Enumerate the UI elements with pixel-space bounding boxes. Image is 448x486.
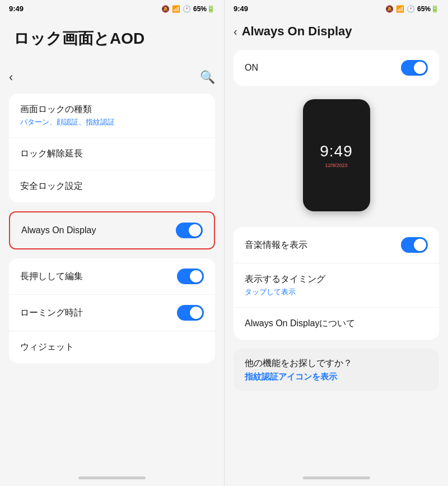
display-timing-sub: タップして表示 <box>245 287 325 297</box>
long-press-edit-label: 長押しして編集 <box>20 271 83 283</box>
right-clock-icon: 🕐 <box>407 5 415 13</box>
on-toggle-row[interactable]: ON <box>234 50 439 86</box>
right-status-icons: 🔕 📶 🕐 65%🔋 <box>385 5 439 13</box>
display-timing-text-group: 表示するタイミング タップして表示 <box>245 274 325 297</box>
about-aod-label: Always On Displayについて <box>245 318 355 330</box>
right-title: Always On Display <box>242 24 352 39</box>
right-settings-list: 音楽情報を表示 表示するタイミング タップして表示 Always On Disp… <box>234 227 439 340</box>
roaming-clock-toggle[interactable] <box>177 305 204 321</box>
right-title-bar: ‹ Always On Display <box>225 17 448 45</box>
menu-item-widget[interactable]: ウィジェット <box>9 331 215 363</box>
page-title-area: ロック画面とAOD <box>0 17 224 66</box>
menu-item-screen-lock[interactable]: 画面ロックの種類 パターン、顔認証、指紋認証 <box>9 94 215 138</box>
phone-preview-container: 9:49 12/9/2023 <box>225 90 448 223</box>
widget-label: ウィジェット <box>20 341 74 353</box>
bottom-menu-list: 長押しして編集 ローミング時計 ウィジェット <box>9 258 215 363</box>
always-on-display-item-highlighted[interactable]: Always On Display <box>9 211 215 249</box>
left-clock-icon: 🕐 <box>183 5 191 13</box>
right-back-button[interactable]: ‹ <box>234 25 237 38</box>
left-signal-icon: 📶 <box>172 5 180 13</box>
menu-item-secure-lock[interactable]: 安全ロック設定 <box>9 170 215 202</box>
left-panel: 9:49 🔕 📶 🕐 65%🔋 ロック画面とAOD ‹ 🔍 画面ロックの種類 パ… <box>0 0 224 486</box>
left-status-bar: 9:49 🔕 📶 🕐 65%🔋 <box>0 0 224 17</box>
left-nav-bar: ‹ 🔍 <box>0 66 224 89</box>
screen-lock-label: 画面ロックの種類 <box>20 104 115 115</box>
other-features-section: 他の機能をお探しですか？ 指紋認証アイコンを表示 <box>234 349 439 391</box>
long-press-edit-toggle[interactable] <box>177 269 204 284</box>
page-title: ロック画面とAOD <box>13 29 211 49</box>
long-press-edit-toggle-knob <box>190 270 202 283</box>
always-on-display-toggle[interactable] <box>176 223 203 238</box>
left-back-button[interactable]: ‹ <box>9 70 13 85</box>
music-info-label: 音楽情報を表示 <box>245 239 307 251</box>
phone-preview: 9:49 12/9/2023 <box>303 99 370 211</box>
other-features-link[interactable]: 指紋認証アイコンを表示 <box>245 372 428 382</box>
menu-item-roaming-clock[interactable]: ローミング時計 <box>9 295 215 331</box>
left-status-icons: 🔕 📶 🕐 65%🔋 <box>161 5 215 13</box>
music-info-toggle[interactable] <box>401 237 428 253</box>
right-battery: 65%🔋 <box>417 5 439 13</box>
display-timing-label: 表示するタイミング <box>245 274 325 285</box>
other-features-title: 他の機能をお探しですか？ <box>245 358 428 369</box>
left-time: 9:49 <box>9 4 24 13</box>
right-signal-icon: 📶 <box>396 5 404 13</box>
secure-lock-label: 安全ロック設定 <box>20 180 83 192</box>
right-time: 9:49 <box>234 4 248 13</box>
left-search-button[interactable]: 🔍 <box>200 70 215 85</box>
menu-item-unlock-delay[interactable]: ロック解除延長 <box>9 138 215 170</box>
aod-on-toggle[interactable] <box>401 60 428 76</box>
left-menu-list: 画面ロックの種類 パターン、顔認証、指紋認証 ロック解除延長 安全ロック設定 <box>9 94 215 202</box>
right-status-bar: 9:49 🔕 📶 🕐 65%🔋 <box>225 0 448 17</box>
roaming-clock-label: ローミング時計 <box>20 307 83 319</box>
phone-preview-date: 12/9/2023 <box>325 163 347 168</box>
right-bottom-bar <box>225 470 448 486</box>
left-bottom-indicator <box>78 476 146 479</box>
right-panel: 9:49 🔕 📶 🕐 65%🔋 ‹ Always On Display ON 9… <box>224 0 448 486</box>
roaming-clock-toggle-knob <box>190 307 202 319</box>
music-info-toggle-knob <box>414 239 426 251</box>
left-battery: 65%🔋 <box>193 5 215 13</box>
always-on-display-label: Always On Display <box>21 225 96 235</box>
on-label: ON <box>245 63 258 73</box>
menu-item-long-press-edit[interactable]: 長押しして編集 <box>9 258 215 295</box>
phone-preview-time: 9:49 <box>320 142 353 160</box>
right-bottom-indicator <box>303 476 370 479</box>
on-toggle-section: ON <box>234 50 439 86</box>
always-on-display-toggle-knob <box>189 224 201 237</box>
music-info-row[interactable]: 音楽情報を表示 <box>234 227 439 263</box>
right-mute-icon: 🔕 <box>385 5 394 13</box>
screen-lock-text-group: 画面ロックの種類 パターン、顔認証、指紋認証 <box>20 104 115 127</box>
aod-on-toggle-knob <box>414 62 426 74</box>
unlock-delay-label: ロック解除延長 <box>20 148 83 160</box>
left-bottom-bar <box>0 470 224 486</box>
display-timing-row[interactable]: 表示するタイミング タップして表示 <box>234 263 439 308</box>
always-on-display-row[interactable]: Always On Display <box>10 212 214 248</box>
about-aod-row[interactable]: Always On Displayについて <box>234 308 439 340</box>
screen-lock-sub: パターン、顔認証、指紋認証 <box>20 117 115 127</box>
left-mute-icon: 🔕 <box>161 5 170 13</box>
